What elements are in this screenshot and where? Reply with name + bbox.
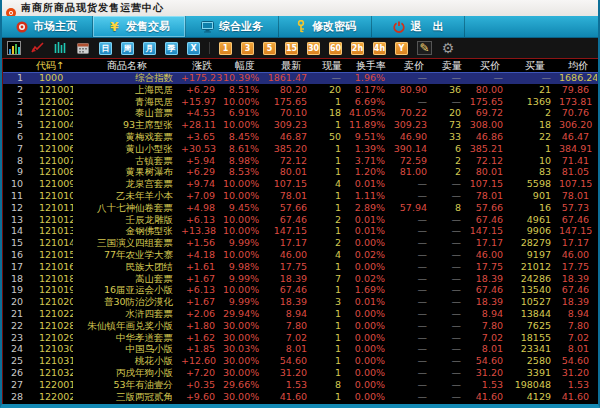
column-header-change[interactable]: 涨跌 — [181, 59, 223, 72]
cell-sell-price: — — [393, 367, 435, 379]
cell-buy-price: 385.21 — [469, 143, 511, 155]
column-header-last[interactable]: 最新 — [267, 59, 315, 72]
period-button-周[interactable]: 周 — [121, 42, 134, 55]
cell-avg: 46.00 — [559, 249, 597, 261]
table-row-121031[interactable]: 25121031桃花小版+12.6030.00%54.6010.00%——54.… — [3, 355, 598, 367]
table-row-121020[interactable]: 20121020普30防治沙漠化+1.679.99%18.3930.01%——1… — [3, 296, 598, 308]
cell-last: 54.60 — [267, 355, 315, 367]
table-row-121014[interactable]: 15121014三国演义四组套票+1.569.99%17.1720.00%——1… — [3, 237, 598, 249]
period-button-季[interactable]: 季 — [165, 42, 178, 55]
column-header-sell-price[interactable]: 卖价 — [393, 59, 435, 72]
cell-pct: 9.99% — [223, 296, 267, 308]
cell-seq: 12 — [3, 202, 27, 214]
tab-exit[interactable]: 退 出 — [372, 16, 465, 37]
cell-last: 7.02 — [267, 332, 315, 344]
cell-change: +7.20 — [181, 367, 223, 379]
period-button-日[interactable]: 日 — [99, 42, 112, 55]
cell-buy-volume: 901 — [511, 190, 559, 202]
trend-line-icon[interactable] — [30, 41, 44, 55]
column-header-volume[interactable]: 现量 — [315, 59, 349, 72]
column-header-name[interactable]: 商品名称 — [73, 59, 181, 72]
bar-chart-icon[interactable] — [7, 41, 21, 55]
table-row-121022[interactable]: 21121022水浒四套票+2.0629.94%8.9410.00%——8.94… — [3, 308, 598, 320]
table-row-121009[interactable]: 10121009龙泉宫套票+9.7410.00%107.1540.01%——10… — [3, 178, 598, 190]
cell-volume: 1 — [315, 320, 349, 332]
table-row-121012[interactable]: 13121012壬辰龙雕版+6.1310.00%67.4620.01%——67.… — [3, 214, 598, 226]
cell-sell-volume: — — [435, 72, 469, 84]
column-header-pct[interactable]: 幅度 — [223, 59, 267, 72]
cell-buy-price: 8.01 — [469, 343, 511, 355]
cell-turnover: 1.96% — [349, 72, 393, 84]
column-header-avg[interactable]: 均价 — [559, 59, 597, 72]
cell-last: 1861.47 — [267, 72, 315, 84]
cell-avg: 79.86 — [559, 84, 597, 96]
table-row-121001[interactable]: 2121001上海民居+6.298.51%80.20208.17%80.9036… — [3, 84, 598, 96]
cell-seq: 26 — [3, 367, 27, 379]
period-button-3[interactable]: 3 — [241, 42, 254, 55]
table-row-121019[interactable]: 1912101916届亚运会小版+6.1310.00%67.4611.69%——… — [3, 284, 598, 296]
table-row-121029[interactable]: 23121029中华孝道套票+1.6230.00%7.0210.00%——7.0… — [3, 332, 598, 344]
table-row-121011[interactable]: 12121011八十七神仙卷套票+4.989.45%57.6612.89%57.… — [3, 202, 598, 214]
tab-change-password[interactable]: 修改密码 — [279, 16, 372, 37]
cell-avg: 384.91 — [559, 143, 597, 155]
table-row-1000[interactable]: 11000综合指数+175.2310.39%1861.47—1.96%————1… — [3, 72, 598, 84]
tab-sale-trading[interactable]: ¥发售交易 — [93, 16, 186, 37]
cell-sell-price: 390.14 — [393, 143, 435, 155]
column-header-code[interactable]: 代码↑ — [27, 59, 73, 72]
table-row-121030[interactable]: 24121030中国鸟小版+1.8530.03%8.0110.00%——8.01… — [3, 343, 598, 355]
period-button-Y[interactable]: Y — [395, 42, 408, 55]
cell-last: 78.01 — [267, 190, 315, 202]
cell-sell-volume: — — [435, 237, 469, 249]
cell-change: +0.35 — [181, 379, 223, 391]
table-row-121008[interactable]: 9121008黄果树瀑布+6.298.53%80.0111.20%81.0028… — [3, 166, 598, 178]
table-row-121004[interactable]: 512100493主席型张+28.1110.00%309.23111.89%30… — [3, 119, 598, 131]
volume-bars-icon[interactable] — [53, 41, 67, 55]
column-header-buy-price[interactable]: 买价 — [469, 59, 511, 72]
cell-buy-price: 175.65 — [469, 96, 511, 108]
table-row-121016[interactable]: 17121016民族大团结+1.619.98%17.7510.00%——17.7… — [3, 261, 598, 273]
table-row-121006[interactable]: 7121006黄山小型张+30.538.61%385.2011.39%390.1… — [3, 143, 598, 155]
tab-general-business[interactable]: 综合业务 — [186, 16, 279, 37]
period-button-2h[interactable]: 2h — [351, 42, 364, 55]
cell-avg: 46.47 — [559, 131, 597, 143]
period-button-60[interactable]: 60 — [329, 42, 342, 55]
cell-last: 70.10 — [267, 107, 315, 119]
table-row-121018[interactable]: 18121018嵩山套票+1.679.99%18.3970.02%——18.39… — [3, 273, 598, 285]
column-header-turnover[interactable]: 换手率 — [349, 59, 393, 72]
table-row-121013[interactable]: 14121013金钢佛型张+13.3810.00%147.1510.01%——1… — [3, 225, 598, 237]
period-button-15[interactable]: 15 — [285, 42, 298, 55]
table-row-122002[interactable]: 28122002三版两冠贰角+9.6030.00%41.6010.00%——41… — [3, 391, 598, 403]
cell-seq: 7 — [3, 143, 27, 155]
settings-gear-icon[interactable]: ⚙ — [441, 41, 455, 55]
period-button-X[interactable]: X — [187, 42, 200, 55]
tab-market-home[interactable]: 市场主页 — [0, 16, 93, 37]
table-row-121010[interactable]: 11121010乙未年羊小本+7.0910.00%78.0111.11%——78… — [3, 190, 598, 202]
cell-code: 121019 — [27, 284, 73, 296]
period-button-30[interactable]: 30 — [307, 42, 320, 55]
table-row-121002[interactable]: 3121002青海民居+15.9710.00%175.6516.69%——175… — [3, 96, 598, 108]
table-row-121003[interactable]: 4121003泰山普票+4.536.91%70.101841.05%70.222… — [3, 107, 598, 119]
period-button-月[interactable]: 月 — [143, 42, 156, 55]
table-row-122001[interactable]: 2712200153年有油壹分+0.3529.66%1.5380.00%——1.… — [3, 379, 598, 391]
cell-seq: 11 — [3, 190, 27, 202]
column-header-buy-volume[interactable]: 买量 — [511, 59, 559, 72]
cell-buy-volume: 10527 — [511, 296, 559, 308]
cell-volume: 3 — [315, 296, 349, 308]
table-row-121007[interactable]: 8121007古镇套票+5.948.98%72.1213.71%72.59272… — [3, 155, 598, 167]
cell-buy-volume: 4129 — [511, 391, 559, 403]
column-header-sell-volume[interactable]: 卖量 — [435, 59, 469, 72]
table-row-121005[interactable]: 6121005黄梅戏套票+3.658.45%46.87509.51%46.903… — [3, 131, 598, 143]
toolbar-separator — [209, 42, 210, 54]
calendar-icon[interactable] — [76, 41, 90, 55]
table-row-121028[interactable]: 22121028朱仙镇年画兑奖小版+1.8030.00%7.8010.00%——… — [3, 320, 598, 332]
cell-change: +12.60 — [181, 355, 223, 367]
period-button-4h[interactable]: 4h — [373, 42, 386, 55]
period-button-1[interactable]: 1 — [219, 42, 232, 55]
period-button-5[interactable]: 5 — [263, 42, 276, 55]
cell-turnover: 11.89% — [349, 119, 393, 131]
cell-seq: 23 — [3, 332, 27, 344]
table-row-121032[interactable]: 26121032丙戌年狗小版+7.2030.00%31.2010.00%——31… — [3, 367, 598, 379]
cell-buy-price: 46.86 — [469, 131, 511, 143]
table-row-121015[interactable]: 1612101577年农业学大寨+4.1810.00%46.0040.02%——… — [3, 249, 598, 261]
edit-pencil-icon[interactable]: ✎ — [417, 41, 432, 55]
